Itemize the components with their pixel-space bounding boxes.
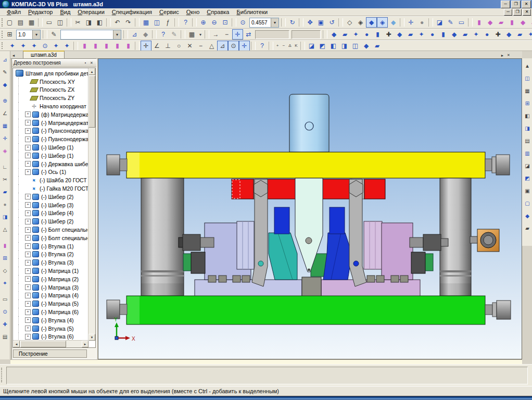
- tree-item-8[interactable]: +(-) Пуансонодержатель: [13, 127, 88, 135]
- k-mode-icon[interactable]: K: [293, 41, 299, 51]
- expand-icon[interactable]: +: [25, 161, 31, 167]
- expand-icon[interactable]: +: [25, 252, 31, 257]
- pin-tool-4[interactable]: ▮: [112, 41, 123, 51]
- redo-icon[interactable]: ↷: [123, 17, 134, 28]
- orientation-icon[interactable]: ↻: [287, 17, 298, 28]
- zoom-in-icon[interactable]: ⊕: [198, 17, 209, 28]
- tree-item-27[interactable]: +(-) Матрица (3): [13, 283, 88, 292]
- right-tool-9[interactable]: ◩: [523, 173, 532, 183]
- expand-icon[interactable]: +: [25, 301, 31, 307]
- tree-item-26[interactable]: +(-) Матрица (2): [13, 275, 88, 283]
- zoom-area-icon[interactable]: ⊡: [220, 17, 231, 28]
- pin-icon[interactable]: ▪: [82, 60, 88, 66]
- lib-part-icon-4[interactable]: ▮: [506, 17, 517, 28]
- expand-icon[interactable]: +: [25, 268, 31, 274]
- scroll-left-icon[interactable]: ◄: [13, 341, 20, 347]
- side-tool-8[interactable]: ◈: [1, 146, 10, 155]
- tree-item-11[interactable]: +(-) Шибер (1): [13, 152, 88, 160]
- coord-y-field[interactable]: [292, 30, 321, 39]
- expand-icon[interactable]: +: [25, 326, 31, 331]
- right-tool-13[interactable]: ▰: [523, 223, 532, 233]
- 3d-pointer-icon[interactable]: ✛: [406, 17, 416, 28]
- side-tool-13[interactable]: ◨: [1, 212, 10, 221]
- undo-icon[interactable]: ↶: [112, 17, 123, 28]
- switch-mode-icon[interactable]: ⇄: [243, 29, 254, 40]
- menu-item-1[interactable]: Файл: [3, 9, 24, 15]
- tab-next-icon[interactable]: ►: [499, 52, 505, 58]
- side-tool-10[interactable]: ✂: [1, 174, 10, 184]
- tree-item-23[interactable]: +(-) Втулка (2): [13, 251, 88, 259]
- pin-tool-3[interactable]: ▮: [101, 41, 112, 51]
- tree-item-5[interactable]: ✛Начало координат: [13, 102, 88, 110]
- assembly-tool-15[interactable]: ◆: [503, 29, 514, 40]
- assembly-tool-5[interactable]: ▮: [372, 29, 383, 40]
- assembly-tool-9[interactable]: ●: [427, 29, 438, 40]
- expand-icon[interactable]: +: [25, 227, 31, 233]
- snap-help-icon[interactable]: ?: [257, 41, 268, 51]
- pin-tool-1[interactable]: ▮: [79, 41, 90, 51]
- query-icon[interactable]: ?: [158, 29, 169, 40]
- snap-intersection-icon[interactable]: ✕: [184, 41, 195, 51]
- property-bar-grip[interactable]: [1, 368, 5, 382]
- right-tool-1[interactable]: ◫: [523, 73, 532, 83]
- side-tool-2[interactable]: ✎: [1, 67, 10, 77]
- expand-icon[interactable]: +: [25, 284, 31, 290]
- close-button[interactable]: ✕: [522, 1, 531, 8]
- tree-item-30[interactable]: +(-) Матрица (6): [13, 308, 88, 316]
- tree-item-29[interactable]: +(-) Матрица (5): [13, 299, 88, 308]
- assembly-tool-10[interactable]: ▮: [438, 29, 449, 40]
- delta-icon[interactable]: Δ: [287, 41, 293, 51]
- snap-point-icon[interactable]: ⊙: [228, 41, 239, 51]
- expand-icon[interactable]: +: [25, 128, 31, 134]
- tree-item-31[interactable]: +(-) Втулка (4): [13, 316, 88, 324]
- model-top-plate[interactable]: [107, 152, 510, 178]
- tree-vertical-scrollbar[interactable]: ▲ ▼: [88, 68, 95, 341]
- paste-icon[interactable]: ◧: [94, 17, 105, 28]
- tree-item-1[interactable]: Штамп для пробивки деталей: [13, 69, 88, 78]
- model-punch-left[interactable]: [274, 207, 289, 234]
- menu-item-3[interactable]: Вид: [56, 9, 74, 15]
- expand-icon[interactable]: +: [25, 120, 31, 126]
- tab-close-icon[interactable]: ✕: [505, 52, 512, 58]
- tree-item-9[interactable]: +(-) Пуансонодержатель: [13, 135, 88, 143]
- tree-item-14[interactable]: ✦(-) Шайба 20 ГОСТ 11371-78: [13, 176, 88, 184]
- tree-item-17[interactable]: +(-) Шибер (3): [13, 201, 88, 209]
- side-tool-12[interactable]: ●: [1, 199, 10, 209]
- surface-tool-7[interactable]: ▰: [372, 41, 383, 51]
- side-tool-6[interactable]: ▦: [1, 121, 10, 130]
- document-tab[interactable]: штамп.a3d: [23, 51, 65, 58]
- side-tool-3[interactable]: ◆: [1, 80, 10, 89]
- tree-item-25[interactable]: +(-) Матрица (1): [13, 267, 88, 275]
- tree-item-7[interactable]: +(-) Матрицедержатель: [13, 119, 88, 127]
- grid-caret-icon[interactable]: ▾: [197, 29, 204, 40]
- units-frame-icon[interactable]: ⊞: [4, 29, 15, 40]
- expand-icon[interactable]: +: [25, 334, 31, 340]
- expand-icon[interactable]: +: [25, 153, 31, 158]
- fastener-tool-3[interactable]: ✦: [29, 41, 40, 51]
- model-wedge-blue[interactable]: [323, 233, 352, 280]
- tree-item-2[interactable]: Плоскость XY: [13, 78, 88, 86]
- document-minimize-button[interactable]: ─: [504, 9, 512, 16]
- tree-item-24[interactable]: +(-) Втулка (3): [13, 258, 88, 267]
- expand-icon[interactable]: +: [25, 145, 31, 151]
- decrement-icon[interactable]: −: [221, 29, 232, 40]
- assembly-tool-14[interactable]: ●: [482, 29, 492, 40]
- expand-icon[interactable]: +: [25, 309, 31, 315]
- side-tool-5[interactable]: ∠: [1, 108, 10, 118]
- tree-item-12[interactable]: +(-) Державка шибера: [13, 160, 88, 168]
- grid-icon[interactable]: ▦: [186, 29, 197, 40]
- snap-normal-icon[interactable]: ⊥: [162, 41, 173, 51]
- model-guide-pillar-left[interactable]: [141, 178, 184, 296]
- expand-icon[interactable]: +: [25, 260, 31, 266]
- tree-item-4[interactable]: Плоскость ZY: [13, 94, 88, 102]
- menu-item-9[interactable]: Библиотеки: [233, 9, 272, 15]
- model-punch-right[interactable]: [330, 207, 345, 234]
- assembly-tool-11[interactable]: ◆: [449, 29, 460, 40]
- document-close-button[interactable]: ✕: [523, 9, 531, 16]
- assembly-tool-2[interactable]: ▰: [339, 29, 350, 40]
- print-preview-icon[interactable]: ◫: [55, 17, 66, 28]
- assembly-tool-17[interactable]: ✦: [525, 29, 532, 40]
- zoom-out-icon[interactable]: ⊖: [209, 17, 220, 28]
- tree-item-13[interactable]: +(-) Ось (1): [13, 168, 88, 177]
- shaded-icon[interactable]: ◆: [366, 17, 377, 28]
